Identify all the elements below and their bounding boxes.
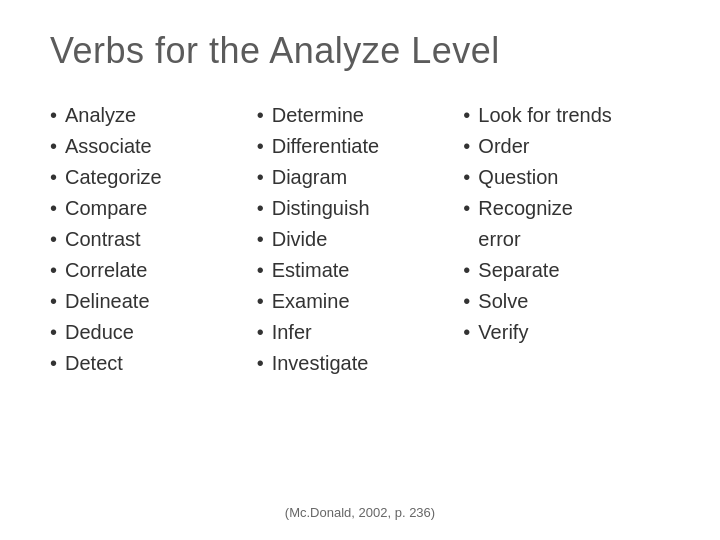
bullet-icon: •	[257, 100, 264, 131]
bullet-icon: •	[50, 286, 57, 317]
page-title: Verbs for the Analyze Level	[50, 30, 670, 72]
list-item: •Associate	[50, 131, 257, 162]
list-item: •Compare	[50, 193, 257, 224]
bullet-icon: •	[50, 255, 57, 286]
content-area: •Analyze•Associate•Categorize•Compare•Co…	[50, 100, 670, 490]
list-item: •Delineate	[50, 286, 257, 317]
list-item: •Look for trends	[463, 100, 670, 131]
list-item: •Examine	[257, 286, 464, 317]
list-item: •Determine	[257, 100, 464, 131]
list-item: •Infer	[257, 317, 464, 348]
list-item: •Correlate	[50, 255, 257, 286]
list-col2: •Determine•Differentiate•Diagram•Disting…	[257, 100, 464, 379]
list-item: •Categorize	[50, 162, 257, 193]
bullet-icon: •	[257, 348, 264, 379]
bullet-icon: •	[257, 255, 264, 286]
list-item: •Verify	[463, 317, 670, 348]
bullet-icon: •	[463, 286, 470, 317]
bullet-icon: •	[50, 348, 57, 379]
list-item: •Analyze	[50, 100, 257, 131]
list-item: •Separate	[463, 255, 670, 286]
list-col1: •Analyze•Associate•Categorize•Compare•Co…	[50, 100, 257, 379]
list-item: •Question	[463, 162, 670, 193]
bullet-icon: •	[257, 162, 264, 193]
bullet-icon: •	[50, 317, 57, 348]
list-item: •Differentiate	[257, 131, 464, 162]
list-col3: •Look for trends•Order•Question•Recogniz…	[463, 100, 670, 348]
column-1: •Analyze•Associate•Categorize•Compare•Co…	[50, 100, 257, 490]
bullet-icon: •	[257, 193, 264, 224]
list-item: •Order	[463, 131, 670, 162]
bullet-icon: •	[257, 286, 264, 317]
bullet-icon: •	[463, 131, 470, 162]
bullet-icon: •	[463, 162, 470, 193]
bullet-icon: •	[463, 100, 470, 131]
list-item: •Investigate	[257, 348, 464, 379]
column-2: •Determine•Differentiate•Diagram•Disting…	[257, 100, 464, 490]
list-item: •Recognizeerror	[463, 193, 670, 255]
list-item: •Diagram	[257, 162, 464, 193]
bullet-icon: •	[50, 193, 57, 224]
bullet-icon: •	[50, 162, 57, 193]
bullet-icon: •	[463, 193, 470, 224]
list-item: •Contrast	[50, 224, 257, 255]
list-item: •Deduce	[50, 317, 257, 348]
bullet-icon: •	[257, 224, 264, 255]
bullet-icon: •	[463, 317, 470, 348]
list-item: •Estimate	[257, 255, 464, 286]
list-item: •Solve	[463, 286, 670, 317]
bullet-icon: •	[50, 224, 57, 255]
bullet-icon: •	[50, 100, 57, 131]
bullet-icon: •	[257, 131, 264, 162]
bullet-icon: •	[257, 317, 264, 348]
page: Verbs for the Analyze Level •Analyze•Ass…	[0, 0, 720, 540]
bullet-icon: •	[463, 255, 470, 286]
list-item: •Distinguish	[257, 193, 464, 224]
column-3: •Look for trends•Order•Question•Recogniz…	[463, 100, 670, 490]
list-item: •Divide	[257, 224, 464, 255]
bullet-icon: •	[50, 131, 57, 162]
citation: (Mc.Donald, 2002, p. 236)	[50, 500, 670, 520]
list-item: •Detect	[50, 348, 257, 379]
